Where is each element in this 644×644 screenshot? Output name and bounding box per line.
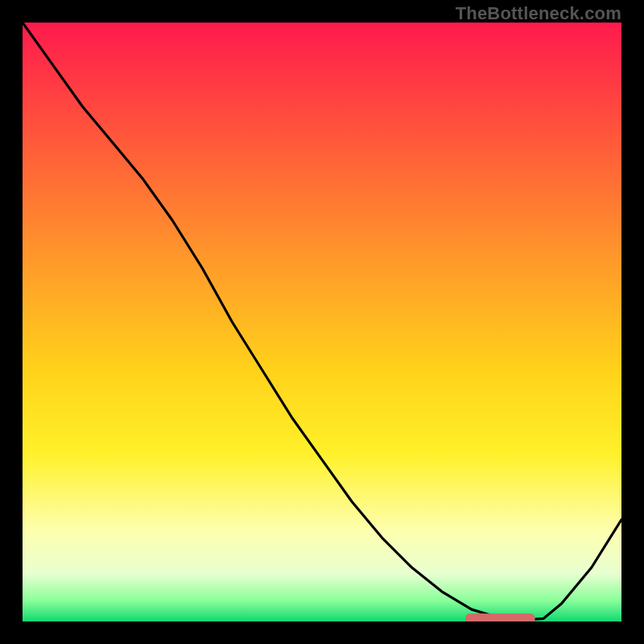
optimal-range-marker <box>466 614 535 621</box>
gradient-background <box>23 23 621 621</box>
watermark-text: TheBottleneck.com <box>456 3 621 24</box>
chart-container: TheBottleneck.com <box>0 0 644 644</box>
chart-svg <box>23 23 621 621</box>
plot-area <box>23 23 621 621</box>
